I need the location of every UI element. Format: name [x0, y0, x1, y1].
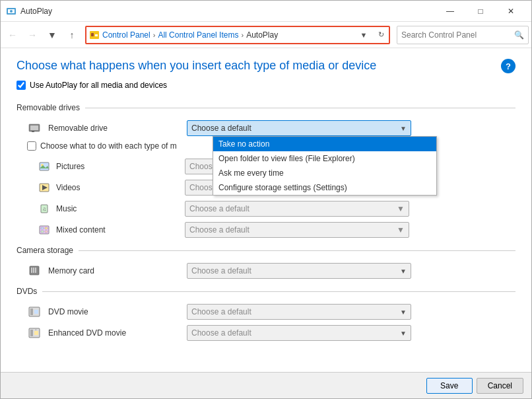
autoplay-window: AutoPlay — □ ✕ ← → ▼ ↑ Control Panel › [0, 0, 532, 399]
breadcrumb-sep-2: › [241, 31, 244, 39]
svg-rect-7 [30, 126, 38, 130]
svg-text:♫: ♫ [42, 206, 46, 212]
search-input[interactable] [401, 30, 514, 40]
removable-drive-dropdown-menu: Take no action Open folder to view files… [213, 136, 437, 196]
breadcrumb-control-panel[interactable]: Control Panel [102, 30, 150, 40]
help-icon[interactable]: ? [501, 59, 515, 73]
back-button[interactable]: ← [3, 26, 22, 44]
memory-card-dropdown-arrow: ▼ [400, 268, 407, 275]
address-bar[interactable]: Control Panel › All Control Panel Items … [85, 26, 390, 44]
bottom-bar: Save Cancel [1, 372, 531, 398]
svg-rect-20 [45, 231, 48, 233]
address-dropdown-button[interactable]: ▼ [356, 26, 372, 44]
svg-rect-24 [35, 268, 36, 273]
search-icon[interactable]: 🔍 [514, 30, 524, 40]
svg-point-2 [10, 10, 13, 13]
forward-button[interactable]: → [23, 26, 42, 44]
svg-rect-23 [33, 268, 34, 273]
music-label: Music [56, 204, 185, 213]
svg-rect-27 [34, 310, 38, 314]
choose-type-label: Choose what to do with each type of m [40, 141, 177, 151]
music-dropdown[interactable]: Choose a default ▼ [185, 201, 409, 217]
removable-drives-title: Removable drives [17, 103, 80, 112]
removable-drive-row: Removable drive Choose a default ▼ [17, 120, 515, 136]
mixed-content-dropdown[interactable]: Choose a default ▼ [185, 222, 409, 238]
memory-card-dropdown-value: Choose a default [191, 266, 251, 275]
removable-drive-container: Removable drive Choose a default ▼ Take … [17, 120, 515, 136]
dropdown-option-open-folder[interactable]: Open folder to view files (File Explorer… [213, 151, 436, 166]
up-button[interactable]: ↑ [63, 26, 81, 44]
close-button[interactable]: ✕ [496, 1, 526, 22]
dropdown-option-ask-every-time[interactable]: Ask me every time [213, 166, 436, 180]
memory-card-label: Memory card [48, 266, 187, 275]
mixed-content-icon [38, 223, 51, 236]
enhanced-dvd-icon: + [27, 326, 43, 340]
mixed-content-dropdown-arrow: ▼ [397, 225, 405, 235]
mixed-content-row: Mixed content Choose a default ▼ [38, 222, 515, 238]
main-content: ? Choose what happens when you insert ea… [1, 48, 531, 372]
choose-type-checkbox[interactable] [27, 141, 36, 151]
camera-storage-section-header: Camera storage [17, 246, 515, 255]
svg-rect-26 [30, 308, 33, 315]
music-row: ♫ Music Choose a default ▼ [38, 201, 515, 217]
address-bar-icon [88, 28, 101, 42]
svg-rect-4 [91, 33, 94, 36]
dvd-movie-dropdown-arrow: ▼ [400, 308, 407, 316]
camera-storage-title: Camera storage [17, 246, 73, 255]
removable-drives-section-header: Removable drives [17, 103, 515, 112]
dvds-divider [42, 291, 515, 292]
page-heading: Choose what happens when you insert each… [17, 59, 515, 73]
breadcrumb: Control Panel › All Control Panel Items … [102, 30, 356, 40]
address-controls: ▼ ↻ [356, 26, 389, 44]
svg-rect-22 [31, 268, 32, 273]
breadcrumb-current: AutoPlay [246, 30, 278, 40]
music-icon: ♫ [38, 202, 51, 215]
window-controls: — □ ✕ [435, 1, 526, 22]
autoplay-checkbox-row: Use AutoPlay for all media and devices [17, 81, 515, 90]
toolbar: ← → ▼ ↑ Control Panel › All Control Pane… [1, 22, 531, 48]
svg-rect-30 [34, 331, 38, 335]
videos-label: Videos [56, 183, 185, 192]
dvd-movie-dropdown[interactable]: Choose a default ▼ [187, 304, 411, 320]
music-dropdown-arrow: ▼ [397, 204, 405, 213]
svg-rect-29 [30, 330, 33, 336]
recent-locations-button[interactable]: ▼ [43, 26, 61, 44]
title-bar: AutoPlay — □ ✕ [1, 1, 531, 22]
dvd-movie-row: DVD movie Choose a default ▼ [17, 304, 515, 320]
enhanced-dvd-label: Enhanced DVD movie [48, 328, 187, 338]
enhanced-dvd-dropdown-arrow: ▼ [400, 330, 407, 337]
removable-drive-dropdown[interactable]: Choose a default ▼ [187, 120, 411, 136]
breadcrumb-all-items[interactable]: All Control Panel Items [158, 30, 238, 40]
enhanced-dvd-dropdown[interactable]: Choose a default ▼ [187, 325, 411, 341]
enhanced-dvd-dropdown-value: Choose a default [191, 328, 251, 338]
minimize-button[interactable]: — [435, 1, 465, 22]
cancel-button[interactable]: Cancel [477, 378, 523, 394]
removable-drive-dropdown-arrow: ▼ [400, 125, 407, 132]
dvds-title: DVDs [17, 287, 37, 296]
svg-rect-5 [95, 34, 98, 36]
dvd-movie-dropdown-value: Choose a default [191, 307, 251, 316]
dvds-section-header: DVDs [17, 287, 515, 296]
maximize-button[interactable]: □ [465, 1, 496, 22]
breadcrumb-sep-1: › [153, 31, 156, 39]
search-box[interactable]: 🔍 [397, 26, 529, 44]
address-refresh-button[interactable]: ↻ [373, 26, 389, 44]
mixed-content-label: Mixed content [56, 225, 185, 235]
removable-drive-label: Removable drive [48, 124, 187, 133]
save-button[interactable]: Save [426, 378, 473, 394]
dropdown-option-no-action[interactable]: Take no action [213, 137, 436, 151]
autoplay-checkbox[interactable] [17, 81, 26, 90]
mixed-content-dropdown-value: Choose a default [189, 225, 249, 235]
autoplay-label: Use AutoPlay for all media and devices [30, 81, 167, 90]
memory-card-icon [27, 264, 43, 277]
svg-rect-19 [41, 231, 44, 233]
dvd-movie-label: DVD movie [48, 307, 187, 316]
svg-rect-17 [41, 227, 44, 229]
removable-drive-dropdown-value: Choose a default [191, 124, 251, 133]
memory-card-dropdown[interactable]: Choose a default ▼ [187, 263, 411, 279]
pictures-label: Pictures [56, 162, 185, 171]
dropdown-option-configure-storage[interactable]: Configure storage settings (Settings) [213, 180, 436, 195]
svg-rect-16 [40, 226, 49, 234]
window-icon [6, 6, 17, 17]
enhanced-dvd-row: + Enhanced DVD movie Choose a default ▼ [17, 325, 515, 341]
